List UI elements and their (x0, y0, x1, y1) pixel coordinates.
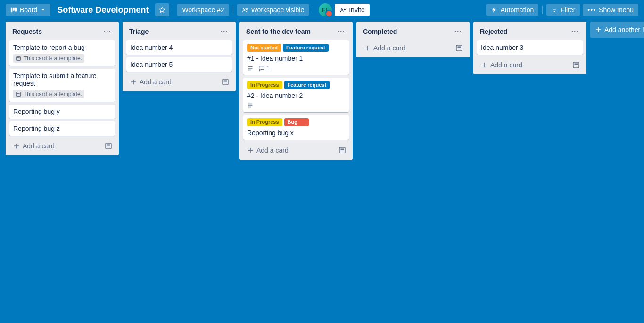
card[interactable]: In Progress Bug Reporting bug x (243, 115, 349, 140)
plus-icon (595, 26, 602, 33)
member-avatar[interactable]: FL (319, 3, 332, 16)
create-from-template-button[interactable] (338, 145, 347, 155)
comments-badge: 1 (258, 65, 270, 72)
list-title[interactable]: Completed (363, 28, 397, 35)
list-menu-button[interactable]: ··· (570, 26, 581, 37)
card-labels: In Progress Feature request (247, 81, 345, 89)
card-badges (247, 102, 345, 109)
card-title: #1 - Idea number 1 (247, 55, 345, 62)
svg-point-5 (246, 8, 247, 10)
card[interactable]: In Progress Feature request #2 - Idea nu… (243, 78, 349, 112)
svg-rect-2 (15, 8, 17, 12)
svg-point-6 (341, 8, 343, 10)
create-from-template-button[interactable] (104, 141, 113, 151)
description-icon (247, 65, 254, 72)
template-icon (105, 142, 112, 150)
show-menu-label: Show menu (599, 6, 634, 14)
card[interactable]: Idea number 3 (477, 40, 583, 55)
card-title: Idea number 3 (481, 44, 579, 51)
template-badge: This card is a template. (13, 54, 84, 63)
board-icon (10, 7, 17, 13)
svg-rect-13 (223, 79, 228, 85)
list-title[interactable]: Sent to the dev team (246, 28, 311, 35)
label-bug[interactable]: Bug (284, 118, 309, 126)
list-rejected: Rejected ··· Idea number 3 Add a card (473, 22, 586, 74)
card[interactable]: Idea number 5 (126, 57, 232, 72)
add-card-button[interactable]: Add a card (479, 59, 524, 71)
board-title[interactable]: Software Development (53, 5, 152, 15)
add-card-button[interactable]: Add a card (245, 145, 290, 156)
svg-rect-14 (224, 81, 227, 82)
filter-icon (551, 7, 558, 13)
list-menu-button[interactable]: ··· (336, 26, 347, 37)
svg-rect-17 (456, 45, 462, 51)
workspace-button[interactable]: Workspace #2 (177, 4, 229, 16)
automation-button[interactable]: Automation (486, 4, 538, 16)
card-title: #2 - Idea number 2 (247, 92, 345, 99)
add-card-button[interactable]: Add a card (128, 76, 173, 88)
template-icon (16, 56, 21, 61)
list-title[interactable]: Requests (12, 28, 42, 35)
people-icon (242, 7, 248, 13)
card-labels: In Progress Bug (247, 118, 345, 126)
list-title[interactable]: Triage (129, 28, 149, 35)
list-title[interactable]: Rejected (480, 28, 507, 35)
list-menu-button[interactable]: ··· (102, 26, 113, 37)
add-card-button[interactable]: Add a card (362, 42, 407, 54)
invite-button[interactable]: Invite (335, 4, 369, 16)
description-badge (247, 102, 254, 109)
create-from-template-button[interactable] (221, 77, 230, 87)
svg-rect-20 (575, 64, 578, 65)
svg-rect-16 (341, 149, 344, 150)
filter-label: Filter (561, 6, 575, 14)
svg-rect-11 (106, 143, 111, 149)
card-labels: Not started Feature request (247, 44, 345, 52)
svg-rect-8 (17, 57, 19, 58)
divider (313, 6, 313, 14)
svg-point-4 (243, 8, 245, 10)
visibility-button[interactable]: Workspace visible (237, 4, 309, 16)
svg-rect-19 (573, 62, 579, 68)
chevron-down-icon (40, 7, 46, 13)
list-requests: Requests ··· Template to report a bug Th… (6, 22, 119, 155)
list-menu-button[interactable]: ··· (453, 26, 464, 37)
board-view-switcher[interactable]: Board (6, 4, 50, 16)
person-add-icon (339, 7, 346, 13)
list-completed: Completed ··· Add a card (356, 22, 470, 57)
add-list-button[interactable]: Add another list (590, 22, 644, 38)
list-triage: Triage ··· Idea number 4 Idea number 5 A… (123, 22, 236, 91)
card[interactable]: Reporting bug y (9, 105, 115, 119)
card[interactable]: Template to submit a feature request Thi… (9, 69, 115, 102)
label-feature-request[interactable]: Feature request (284, 81, 330, 89)
label-in-progress[interactable]: In Progress (247, 81, 282, 89)
svg-marker-3 (160, 7, 165, 12)
create-from-template-button[interactable] (454, 43, 464, 53)
card-title: Reporting bug x (247, 129, 345, 137)
plus-icon (130, 79, 137, 85)
ellipsis-icon: ••• (587, 6, 596, 14)
card-title: Reporting bug y (13, 108, 111, 115)
list-menu-button[interactable]: ··· (219, 26, 230, 37)
create-from-template-button[interactable] (571, 60, 581, 70)
automation-label: Automation (500, 6, 534, 14)
star-button[interactable] (155, 3, 169, 16)
template-badge: This card is a template. (13, 90, 84, 98)
card-title: Template to report a bug (13, 44, 111, 51)
divider (542, 6, 543, 14)
board-canvas: Requests ··· Template to report a bug Th… (0, 20, 644, 165)
card[interactable]: Idea number 4 (126, 40, 232, 55)
svg-rect-12 (107, 145, 110, 146)
show-menu-button[interactable]: ••• Show menu (583, 4, 638, 16)
add-card-button[interactable]: Add a card (11, 140, 57, 152)
svg-rect-10 (17, 93, 19, 94)
filter-button[interactable]: Filter (546, 4, 580, 16)
card-title: Template to submit a feature request (13, 72, 111, 87)
card[interactable]: Not started Feature request #1 - Idea nu… (243, 40, 349, 75)
label-not-started[interactable]: Not started (247, 44, 281, 52)
template-icon (222, 78, 229, 86)
label-feature-request[interactable]: Feature request (283, 44, 329, 52)
card-title: Idea number 5 (130, 61, 228, 68)
card[interactable]: Template to report a bug This card is a … (9, 40, 115, 66)
card[interactable]: Reporting bug z (9, 121, 115, 136)
label-in-progress[interactable]: In Progress (247, 118, 282, 126)
